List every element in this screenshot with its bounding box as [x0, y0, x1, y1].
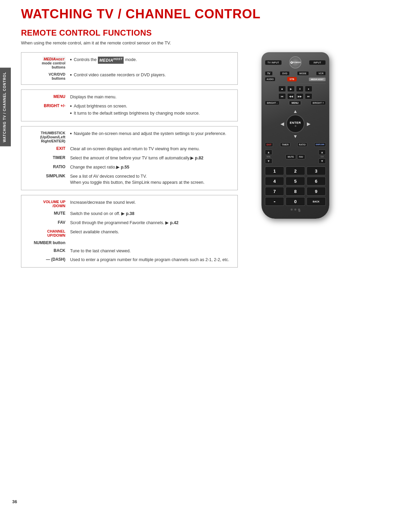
- volume-down-button[interactable]: ▼: [265, 158, 272, 164]
- exit-remote-button[interactable]: EXIT: [265, 142, 273, 147]
- back-label: BACK: [26, 248, 70, 253]
- num-0-button[interactable]: 0: [286, 197, 305, 206]
- thumbstick-box: THUMBSTICK(Up/Down/LeftRight/ENTER) Navi…: [21, 126, 238, 190]
- audio-button[interactable]: AUDIO: [265, 77, 275, 81]
- bright-label: BRIGHT +/-: [26, 103, 70, 108]
- remote-section: TV INPUT ⏻ POWER INPUT TV DVD MODE VCR: [241, 52, 350, 219]
- simplink-remote-button[interactable]: SIMPLINK: [314, 142, 326, 147]
- num-9-button[interactable]: 9: [307, 187, 326, 196]
- dash-content: Used to enter a program number for multi…: [70, 257, 233, 263]
- page-number: 36: [12, 499, 17, 504]
- mute-fav-block: MUTE FAV: [286, 154, 305, 159]
- table-section: MEDIAHOST mode controlbuttons Controls t…: [21, 52, 238, 272]
- ir-dot-4: [298, 210, 300, 212]
- dpad-up-button[interactable]: ▲: [291, 108, 299, 115]
- vol-ch-row: ▲ VOL ▼ MUTE FAV ▲ CH ▼: [265, 150, 326, 164]
- bright-row: BRIGHT +/- Adjust brightness on screen. …: [26, 103, 233, 117]
- dpad-right-button[interactable]: ▶: [304, 120, 313, 127]
- menu-content: Displays the main menu.: [70, 94, 233, 100]
- number-label: NUMBER button: [26, 240, 70, 245]
- back-row: BACK Tune to the last channel viewed.: [26, 248, 233, 254]
- menu-label: MENU: [26, 94, 70, 99]
- menu-row: MENU Displays the main menu.: [26, 94, 233, 100]
- simplink-row: SIMPLINK See a list of AV devices connec…: [26, 173, 233, 186]
- menu-remote-button[interactable]: MENU: [289, 101, 301, 105]
- bright-content: Adjust brightness on screen. It turns to…: [70, 103, 233, 117]
- volume-box: VOLUME UP/DOWN Increase/decrease the sou…: [21, 195, 238, 268]
- mode-button[interactable]: MODE: [297, 71, 309, 76]
- fav-content: Scroll through the programmed Favorite c…: [70, 220, 233, 226]
- fastforward-button[interactable]: ▶▶: [296, 93, 303, 99]
- back-remote-button[interactable]: BACK: [307, 197, 326, 206]
- volume-block: ▲ VOL ▼: [265, 150, 272, 164]
- num-6-button[interactable]: 6: [307, 177, 326, 185]
- stb-button[interactable]: STB: [287, 77, 297, 81]
- timer-row: TIMER Select the amount of time before y…: [26, 155, 233, 161]
- timer-remote-button[interactable]: TIMER: [280, 142, 290, 147]
- tv-mode-button[interactable]: TV: [265, 71, 273, 76]
- vcrdvd-label: VCR/DVDbuttons: [26, 72, 70, 80]
- channel-row: CHANNELUP/DOWN Select available channels…: [26, 229, 233, 237]
- timer-label: TIMER: [26, 155, 70, 160]
- tv-input-button[interactable]: TV INPUT: [265, 60, 282, 65]
- num-5-button[interactable]: 5: [286, 177, 305, 185]
- dvd-mode-button[interactable]: DVD: [280, 71, 290, 76]
- ratio-remote-button[interactable]: RATIO: [297, 142, 308, 147]
- power-button[interactable]: ⏻ POWER: [289, 56, 301, 68]
- remote-top-row: TV INPUT ⏻ POWER INPUT: [265, 56, 326, 68]
- num-7-button[interactable]: 7: [265, 187, 284, 196]
- channel-label: CHANNELUP/DOWN: [26, 229, 70, 237]
- dpad-left-button[interactable]: ◀: [278, 120, 286, 127]
- vcrdvd-row: VCR/DVDbuttons Control video cassette re…: [26, 72, 233, 80]
- volume-label: VOLUME UP/DOWN: [26, 199, 70, 208]
- exit-row: EXIT Clear all on-screen displays and re…: [26, 146, 233, 152]
- main-title: WATCHING TV / CHANNEL CONTROL: [21, 7, 410, 21]
- bright-plus-button[interactable]: BRIGHT +: [311, 101, 326, 105]
- ratio-content: Change the aspect ratio.▶ p.55: [70, 164, 233, 171]
- rewind-button[interactable]: ◀◀: [287, 93, 295, 99]
- stop-button[interactable]: ■: [278, 86, 286, 92]
- volume-up-button[interactable]: ▲: [265, 150, 272, 155]
- mediahost-row: MEDIAHOST mode controlbuttons Controls t…: [26, 57, 233, 69]
- pause-button[interactable]: ⏸: [296, 86, 303, 92]
- section-title: REMOTE CONTROL FUNCTIONS: [21, 28, 410, 38]
- ir-dot-1: [291, 209, 293, 211]
- channel-down-button[interactable]: ▼: [318, 158, 326, 164]
- mode-row-1: TV DVD MODE VCR: [265, 71, 326, 76]
- bright-minus-button[interactable]: BRIGHT -: [265, 101, 279, 105]
- num-4-button[interactable]: 4: [265, 177, 284, 185]
- next-button[interactable]: ⏭: [305, 93, 312, 99]
- prev-button[interactable]: ⏮: [278, 93, 286, 99]
- enter-button[interactable]: ENTER: [286, 115, 304, 133]
- channel-up-button[interactable]: ▲: [318, 150, 326, 155]
- thumbstick-label: THUMBSTICK(Up/Down/LeftRight/ENTER): [26, 131, 70, 143]
- num-8-button[interactable]: 8: [286, 187, 305, 196]
- transport-row-2: ⏮ ◀◀ ▶▶ ⏭: [265, 93, 326, 99]
- fav-remote-button[interactable]: FAV: [297, 154, 305, 159]
- remote-wrapper: TV INPUT ⏻ POWER INPUT TV DVD MODE VCR: [241, 52, 350, 219]
- exit-content: Clear all on-screen displays and return …: [70, 146, 233, 152]
- dpad-down-button[interactable]: ▼: [291, 133, 299, 140]
- bright-menu-row: BRIGHT - MENU BRIGHT +: [265, 101, 326, 105]
- dash-button[interactable]: -: [265, 197, 284, 206]
- mediahost-button[interactable]: MEDIA HOST: [309, 77, 326, 81]
- intro-text: When using the remote control, aim it at…: [21, 40, 410, 45]
- thumbstick-content: Navigate the on-screen menus and adjust …: [70, 131, 233, 138]
- exit-label: EXIT: [26, 146, 70, 151]
- mode-row-2: AUDIO STB MEDIA HOST: [265, 77, 326, 81]
- vcr-mode-button[interactable]: VCR: [316, 71, 326, 76]
- input-button[interactable]: INPUT: [309, 60, 326, 65]
- num-3-button[interactable]: 3: [307, 166, 326, 175]
- dash-row: — (DASH) Used to enter a program number …: [26, 257, 233, 263]
- vol-label: VOL: [267, 156, 271, 158]
- number-row: NUMBER button: [26, 240, 233, 245]
- record-button[interactable]: ●: [305, 86, 312, 92]
- num-1-button[interactable]: 1: [265, 166, 284, 175]
- num-2-button[interactable]: 2: [286, 166, 305, 175]
- play-button[interactable]: ▶: [287, 86, 295, 92]
- vcrdvd-content: Control video cassette recorders or DVD …: [70, 72, 233, 79]
- dpad-mid-row: ◀ ENTER ▶: [278, 115, 313, 133]
- mute-remote-button[interactable]: MUTE: [286, 154, 296, 159]
- volume-row: VOLUME UP/DOWN Increase/decrease the sou…: [26, 199, 233, 208]
- ch-label: CH: [321, 156, 324, 158]
